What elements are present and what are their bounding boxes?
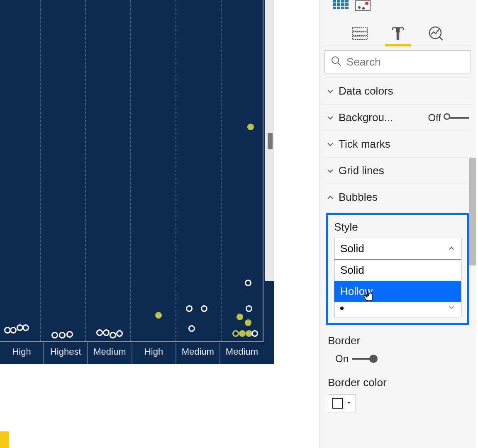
dropdown-option-hollow[interactable]: Hollow	[334, 281, 461, 302]
viz-icon-matrix[interactable]	[333, 0, 349, 12]
section-background[interactable]: Backgrou... Off	[324, 104, 471, 131]
svg-rect-4	[345, 0, 349, 2]
color-swatch	[332, 398, 343, 409]
svg-point-15	[358, 6, 361, 9]
svg-rect-7	[341, 3, 344, 6]
border-label: Border	[328, 334, 468, 347]
tab-format[interactable]	[389, 25, 407, 42]
svg-point-23	[332, 57, 339, 63]
svg-rect-10	[337, 7, 340, 9]
chevron-down-icon	[448, 304, 455, 313]
style-highlight-box: Style Solid Solid Hollow	[326, 213, 469, 325]
panel-scrollbar[interactable]	[469, 158, 476, 265]
viz-icon-dotplot[interactable]	[354, 0, 371, 12]
dropdown-option-solid[interactable]: Solid	[334, 260, 461, 281]
axis-label: Medium	[220, 342, 263, 364]
svg-line-24	[338, 63, 341, 66]
svg-rect-12	[345, 7, 349, 9]
svg-rect-20	[397, 28, 399, 32]
svg-rect-21	[397, 32, 399, 39]
section-tick-marks[interactable]: Tick marks	[324, 131, 471, 157]
dropdown-list: Solid Hollow	[334, 259, 461, 317]
chevron-down-icon	[326, 167, 334, 175]
background-toggle[interactable]: Off	[428, 112, 469, 124]
svg-rect-2	[337, 0, 340, 2]
style-label: Style	[334, 221, 461, 234]
chevron-down-icon	[326, 140, 334, 149]
section-grid-lines[interactable]: Grid lines	[324, 157, 471, 184]
axis-label: High	[132, 342, 176, 364]
chart-scrollbar[interactable]	[265, 0, 274, 281]
svg-rect-5	[333, 3, 336, 6]
dropdown-more[interactable]	[334, 302, 461, 317]
search-box[interactable]	[324, 50, 471, 73]
page-tab-indicator[interactable]	[0, 431, 9, 448]
svg-rect-18	[352, 32, 367, 35]
x-axis: High Highest Medium High Medium Medium	[0, 341, 263, 364]
chevron-up-icon	[448, 242, 455, 255]
border-toggle[interactable]: On	[328, 353, 468, 365]
svg-rect-9	[333, 7, 336, 9]
search-input[interactable]	[346, 56, 465, 68]
chevron-down-icon	[326, 87, 334, 95]
chevron-up-icon	[326, 193, 334, 202]
svg-rect-19	[352, 36, 367, 39]
svg-point-14	[365, 2, 368, 5]
svg-rect-8	[345, 3, 349, 6]
caret-down-icon	[346, 399, 351, 407]
border-color-label: Border color	[328, 376, 468, 389]
report-canvas: High Highest Medium High Medium Medium	[0, 0, 288, 448]
chevron-down-icon	[326, 114, 334, 122]
axis-label: Highest	[44, 342, 88, 364]
svg-rect-1	[333, 0, 336, 2]
axis-label: Medium	[88, 342, 132, 364]
svg-rect-3	[341, 0, 344, 2]
style-dropdown[interactable]: Solid Solid Hollow	[334, 238, 461, 317]
svg-rect-11	[341, 7, 344, 9]
dropdown-selected: Solid	[340, 242, 364, 255]
axis-label: Medium	[176, 342, 220, 364]
border-color-picker[interactable]	[328, 394, 356, 412]
svg-point-16	[362, 7, 365, 10]
svg-rect-17	[352, 28, 367, 31]
section-bubbles[interactable]: Bubbles	[324, 184, 471, 210]
scatter-chart[interactable]: High Highest Medium High Medium Medium	[0, 0, 274, 364]
tab-analytics[interactable]	[427, 25, 445, 42]
svg-rect-6	[337, 3, 340, 6]
section-data-colors[interactable]: Data colors	[324, 78, 471, 104]
axis-label: High	[0, 342, 44, 364]
format-panel: Data colors Backgrou... Off Tick marks G…	[319, 0, 476, 448]
search-icon	[331, 56, 341, 68]
tab-fields[interactable]	[351, 25, 368, 42]
